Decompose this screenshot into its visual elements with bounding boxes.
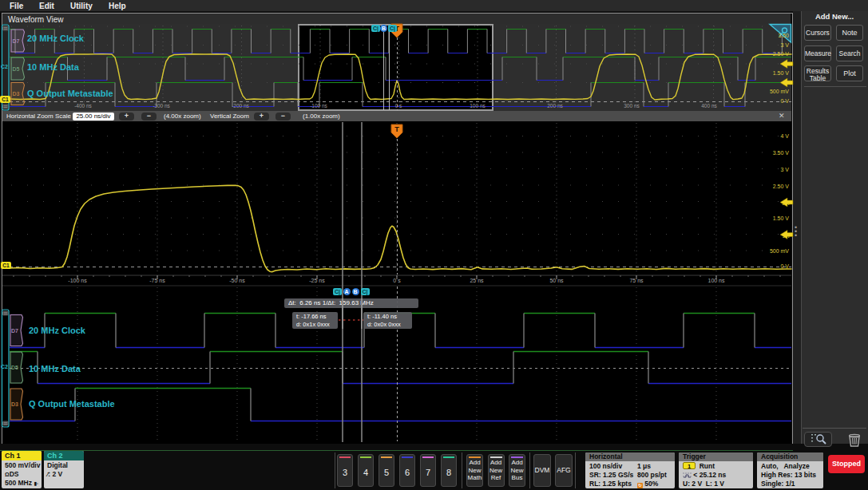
svg-text:T: T [394, 125, 399, 133]
svg-text:D7: D7 [13, 38, 20, 44]
svg-text:D3: D3 [11, 401, 18, 407]
svg-text:D3: D3 [13, 91, 20, 97]
svg-text:D5: D5 [11, 365, 18, 370]
svg-text:D7: D7 [11, 328, 18, 334]
svg-text:D5: D5 [13, 66, 20, 72]
